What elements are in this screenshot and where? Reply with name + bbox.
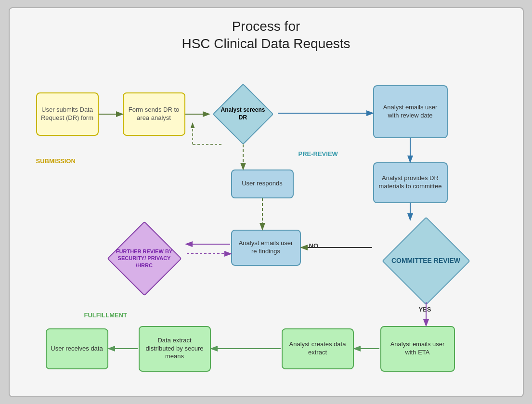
pre-review-label: PRE-REVIEW (298, 150, 338, 157)
no-label: NO (309, 242, 319, 249)
diagram-title: Process for HSC Clinical Data Requests (10, 8, 523, 53)
title-line1: Process for (232, 19, 300, 34)
yes-label: YES (419, 306, 431, 313)
user-responds-box: User responds (231, 169, 294, 198)
analyst-creates-box: Analyst creates data extract (282, 328, 354, 369)
analyst-screens-diamond: Analyst screens DR (209, 83, 277, 145)
title-line2: HSC Clinical Data Requests (182, 36, 350, 51)
diagram-container: Process for HSC Clinical Data Requests S… (9, 7, 524, 397)
analyst-emails-review-box: Analyst emails user with review date (373, 85, 448, 138)
analyst-emails-findings-box: Analyst emails user re findings (231, 230, 301, 266)
further-review-diamond: FURTHER REVIEW BY SECURITY/ PRIVACY /HRR… (104, 222, 185, 295)
submission-label: SUBMISSION (36, 157, 76, 165)
fulfillment-label: FULFILLMENT (84, 312, 128, 319)
committee-review-diamond: COMMITTEE REVIEW (373, 220, 479, 302)
analyst-emails-eta-box: Analyst emails user with ETA (380, 326, 455, 372)
user-submits-box: User submits Data Request (DR) form (36, 92, 99, 136)
data-extract-box: Data extract distributed by secure means (139, 326, 211, 372)
analyst-provides-box: Analyst provides DR materials to committ… (373, 162, 448, 203)
form-sends-box: Form sends DR to area analyst (123, 92, 185, 136)
user-receives-box: User receives data (46, 328, 108, 369)
